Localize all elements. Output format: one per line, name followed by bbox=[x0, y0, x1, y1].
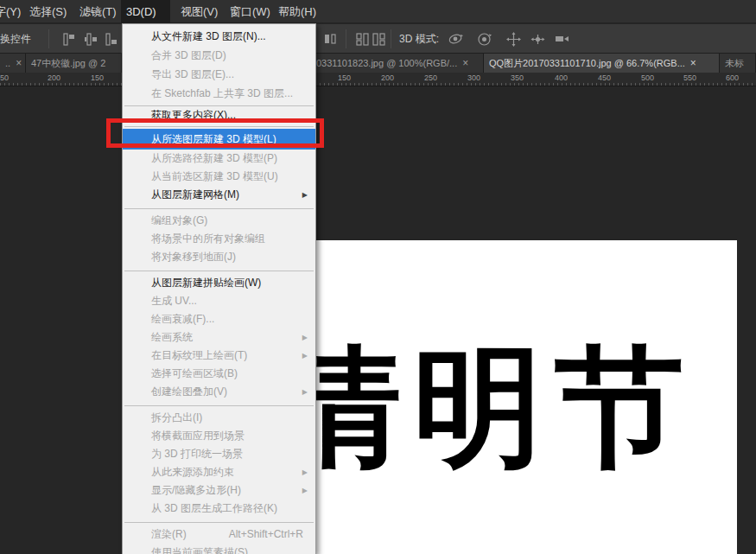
menu-item[interactable]: 显示/隐藏多边形(H)▶ bbox=[123, 481, 315, 500]
menu-item[interactable]: 导出 3D 图层(E)... bbox=[123, 65, 315, 84]
separator bbox=[391, 29, 391, 48]
menu-bar: 字(Y) 选择(S) 滤镜(T) 3D(D) 视图(V) 窗口(W) 帮助(H) bbox=[0, 0, 756, 23]
menu-item[interactable]: 渲染(R)Alt+Shift+Ctrl+R bbox=[123, 525, 315, 544]
menubar-item-window[interactable]: 窗口(W) bbox=[225, 0, 276, 23]
document-tab-bar: ..× 47中校徽.jpg @ 2 0331101823.jpg @ 100%(… bbox=[0, 54, 756, 73]
ruler-label: 400 bbox=[555, 73, 568, 82]
distribute-icon[interactable] bbox=[323, 32, 338, 47]
options-bar: 换控件 3D 模式: bbox=[0, 24, 756, 54]
show-transform-controls-label: 换控件 bbox=[0, 24, 31, 54]
document-tab[interactable]: 47中校徽.jpg @ 2 bbox=[26, 54, 122, 73]
menu-item[interactable]: 从图层新建拼贴绘画(W) bbox=[123, 274, 315, 292]
distribute-columns-icon[interactable] bbox=[356, 32, 371, 47]
document-tab[interactable]: 未标 bbox=[720, 54, 756, 73]
ruler-label: 600 bbox=[726, 73, 739, 82]
menu-shortcut: Alt+Shift+Ctrl+R bbox=[229, 525, 303, 544]
align-center-icon[interactable] bbox=[84, 32, 98, 47]
3d-mode-label: 3D 模式: bbox=[399, 24, 439, 54]
ruler-label: 150 bbox=[338, 73, 351, 82]
menu-item[interactable]: 拆分凸出(I) bbox=[123, 409, 315, 427]
menu-separator bbox=[123, 518, 315, 525]
menu-item[interactable]: 绘画衰减(F)... bbox=[123, 310, 315, 328]
menu-item[interactable]: 在目标纹理上绘画(T)▶ bbox=[123, 347, 315, 365]
separator bbox=[346, 29, 346, 48]
menu-item[interactable]: 从此来源添加约束▶ bbox=[123, 463, 315, 481]
close-tab-icon[interactable]: × bbox=[16, 57, 22, 69]
3d-roll-icon[interactable] bbox=[476, 31, 491, 46]
menu-item[interactable]: 绘画系统▶ bbox=[123, 328, 315, 347]
ruler-label: 550 bbox=[683, 73, 696, 82]
align-bottom-icon[interactable] bbox=[105, 32, 119, 47]
submenu-arrow-icon: ▶ bbox=[302, 481, 308, 500]
menu-item[interactable]: 生成 UV... bbox=[123, 292, 315, 310]
3d-dolly-camera-icon[interactable] bbox=[554, 32, 569, 47]
menubar-item-help[interactable]: 帮助(H) bbox=[273, 0, 321, 23]
menu-item[interactable]: 创建绘图叠加(V)▶ bbox=[123, 383, 315, 401]
menu-item[interactable]: 为 3D 打印统一场景 bbox=[123, 445, 315, 463]
submenu-arrow-icon: ▶ bbox=[302, 463, 308, 481]
menubar-item-select[interactable]: 选择(S) bbox=[24, 0, 72, 23]
menu-item[interactable]: 将横截面应用到场景 bbox=[123, 427, 315, 445]
submenu-arrow-icon: ▶ bbox=[302, 383, 308, 401]
menubar-item-filter[interactable]: 滤镜(T) bbox=[74, 0, 122, 23]
menu-item[interactable]: 从当前选区新建 3D 模型(U) bbox=[123, 168, 315, 186]
document-tab[interactable]: 0331101823.jpg @ 100%(RGB/...× bbox=[316, 54, 484, 73]
ruler-label: 250 bbox=[424, 73, 437, 82]
menu-separator bbox=[123, 204, 315, 212]
menu-item[interactable]: 选择可绘画区域(B) bbox=[123, 365, 315, 383]
3d-pan-icon[interactable] bbox=[505, 31, 520, 46]
menu-item[interactable]: 将对象移到地面(J) bbox=[123, 248, 315, 266]
distribute-rows-icon[interactable] bbox=[372, 32, 386, 47]
menu-separator bbox=[123, 266, 315, 274]
menu-item[interactable]: 从图层新建网格(M)▶ bbox=[123, 186, 315, 204]
annotation-highlight-box bbox=[106, 118, 324, 148]
menubar-item-3d[interactable]: 3D(D) bbox=[121, 0, 170, 23]
ruler-label: 450 bbox=[598, 73, 611, 82]
document-canvas[interactable]: 清明节 bbox=[316, 240, 737, 554]
menubar-item-view[interactable]: 视图(V) bbox=[175, 0, 223, 23]
menu-item[interactable]: 在 Sketchfab 上共享 3D 图层... bbox=[123, 84, 315, 103]
ruler-label: 200 bbox=[48, 73, 60, 82]
ruler-label: 300 bbox=[467, 73, 480, 82]
close-tab-icon[interactable]: × bbox=[690, 57, 696, 69]
menu-item[interactable]: 合并 3D 图层(D) bbox=[123, 46, 315, 65]
submenu-arrow-icon: ▶ bbox=[302, 328, 308, 347]
menubar-item-type[interactable]: 字(Y) bbox=[0, 0, 22, 23]
submenu-arrow-icon: ▶ bbox=[302, 186, 308, 204]
submenu-arrow-icon: ▶ bbox=[302, 347, 308, 365]
separator bbox=[48, 29, 49, 48]
close-tab-icon[interactable]: × bbox=[462, 57, 468, 69]
canvas-artwork-text: 清明节 bbox=[271, 322, 696, 497]
menu-item[interactable]: 将场景中的所有对象编组 bbox=[123, 230, 315, 248]
horizontal-ruler[interactable]: 50 200 150 150 200 250 300 350 400 450 5… bbox=[0, 73, 756, 86]
menu-item[interactable]: 从所选路径新建 3D 模型(P) bbox=[123, 150, 315, 168]
menu-item[interactable]: 从文件新建 3D 图层(N)... bbox=[123, 27, 315, 46]
ruler-label: 150 bbox=[91, 73, 104, 82]
document-tab-active[interactable]: QQ图片20170331101710.jpg @ 66.7%(RGB...× bbox=[484, 54, 720, 73]
align-left-icon[interactable] bbox=[62, 32, 77, 47]
3d-dropdown-menu: 从文件新建 3D 图层(N)... 合并 3D 图层(D) 导出 3D 图层(E… bbox=[122, 23, 316, 554]
ruler-label: 500 bbox=[641, 73, 654, 82]
3d-orbit-icon[interactable] bbox=[448, 31, 462, 46]
menu-item[interactable]: 编组对象(G) bbox=[123, 212, 315, 230]
document-tab[interactable]: ..× bbox=[0, 54, 26, 73]
ruler-label: 50 bbox=[0, 73, 9, 82]
menu-item[interactable]: 从 3D 图层生成工作路径(K) bbox=[123, 500, 315, 518]
menu-separator bbox=[123, 401, 315, 409]
menu-item[interactable]: 使用当前画笔素描(S) bbox=[123, 544, 315, 554]
3d-slide-icon[interactable] bbox=[530, 31, 544, 46]
ruler-label: 350 bbox=[511, 73, 524, 82]
ruler-label: 200 bbox=[381, 73, 394, 82]
